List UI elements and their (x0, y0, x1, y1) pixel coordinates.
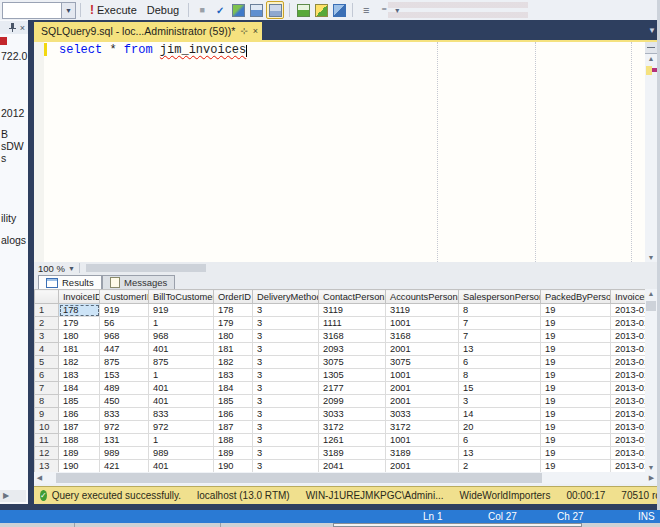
tree-item-label-fragment[interactable]: ility (1, 212, 16, 224)
row-number[interactable]: 10 (35, 421, 59, 434)
grid-cell[interactable]: 3 (253, 434, 319, 447)
grid-cell[interactable]: 20 (459, 421, 541, 434)
row-number[interactable]: 1 (35, 304, 59, 317)
grid-vscrollbar[interactable]: ▲ ▼ (645, 289, 657, 472)
column-header[interactable]: InvoiceDate (611, 290, 646, 304)
query-editor[interactable]: select * from jim_invoices (34, 42, 645, 262)
grid-cell[interactable]: 187 (59, 421, 100, 434)
grid-cell[interactable]: 19 (541, 460, 611, 473)
grid-cell[interactable]: 19 (541, 304, 611, 317)
grid-cell[interactable]: 401 (149, 395, 214, 408)
database-combobox[interactable] (2, 2, 62, 19)
grid-cell[interactable]: 2013-01-0 (611, 421, 646, 434)
include-actual-plan-icon[interactable] (266, 1, 284, 19)
pin-icon[interactable]: ⊹ (240, 26, 248, 36)
grid-cell[interactable]: 2013-01-0 (611, 395, 646, 408)
grid-cell[interactable]: 2041 (319, 460, 386, 473)
zoom-dropdown-icon[interactable]: ▼ (68, 265, 79, 272)
row-number[interactable]: 12 (35, 447, 59, 460)
column-header[interactable]: SalespersonPersonID (459, 290, 541, 304)
grid-cell[interactable]: 989 (100, 447, 149, 460)
grid-cell[interactable]: 989 (149, 447, 214, 460)
grid-cell[interactable]: 186 (214, 408, 253, 421)
grid-cell[interactable]: 2013-01-0 (611, 447, 646, 460)
grid-cell[interactable]: 2013-01-0 (611, 330, 646, 343)
grid-cell[interactable]: 183 (59, 369, 100, 382)
grid-cell[interactable]: 8 (459, 304, 541, 317)
grid-cell[interactable]: 3 (253, 382, 319, 395)
grid-cell[interactable]: 19 (541, 369, 611, 382)
grid-cell[interactable]: 447 (100, 343, 149, 356)
grid-cell[interactable]: 972 (149, 421, 214, 434)
grid-cell[interactable]: 190 (214, 460, 253, 473)
select-all-corner[interactable] (35, 290, 59, 304)
execute-button[interactable]: ! Execute (85, 1, 142, 19)
grid-cell[interactable]: 3189 (386, 447, 459, 460)
grid-cell[interactable]: 184 (59, 382, 100, 395)
grid-cell[interactable]: 1001 (386, 317, 459, 330)
grid-cell[interactable]: 183 (214, 369, 253, 382)
grid-cell[interactable]: 3033 (319, 408, 386, 421)
scroll-down-icon[interactable]: ▼ (645, 464, 657, 471)
grid-cell[interactable]: 401 (149, 343, 214, 356)
grid-cell[interactable]: 186 (59, 408, 100, 421)
grid-cell[interactable]: 19 (541, 408, 611, 421)
grid-cell[interactable]: 2013-01-0 (611, 304, 646, 317)
grid-cell[interactable]: 1305 (319, 369, 386, 382)
grid-cell[interactable]: 185 (214, 395, 253, 408)
tree-item-label-fragment[interactable]: B (1, 128, 8, 140)
grid-cell[interactable]: 1261 (319, 434, 386, 447)
grid-cell[interactable]: 3 (253, 330, 319, 343)
grid-cell[interactable]: 182 (214, 356, 253, 369)
grid-cell[interactable]: 6 (459, 434, 541, 447)
grid-cell[interactable]: 3 (253, 447, 319, 460)
grid-cell[interactable]: 875 (149, 356, 214, 369)
grid-cell[interactable]: 833 (100, 408, 149, 421)
grid-cell[interactable]: 401 (149, 460, 214, 473)
tree-item-label-fragment[interactable]: alogs (1, 234, 26, 246)
column-header[interactable]: OrderID (214, 290, 253, 304)
tab-results[interactable]: Results (38, 275, 102, 289)
scroll-down-icon[interactable]: ▼ (645, 254, 657, 261)
close-icon[interactable]: × (253, 26, 258, 36)
results-to-text-icon[interactable] (295, 2, 311, 18)
grid-cell[interactable]: 3075 (319, 356, 386, 369)
object-explorer-hscrollbar[interactable]: ▶ (0, 490, 26, 502)
scroll-up-icon[interactable]: ▲ (645, 55, 657, 62)
grid-cell[interactable]: 178 (214, 304, 253, 317)
grid-cell[interactable]: 3 (253, 369, 319, 382)
grid-cell[interactable]: 178 (59, 304, 100, 317)
grid-cell[interactable]: 3075 (386, 356, 459, 369)
grid-cell[interactable]: 19 (541, 421, 611, 434)
grid-cell[interactable]: 3119 (319, 304, 386, 317)
row-number[interactable]: 7 (35, 382, 59, 395)
grid-cell[interactable]: 2001 (386, 395, 459, 408)
grid-cell[interactable]: 1 (149, 317, 214, 330)
row-number[interactable]: 6 (35, 369, 59, 382)
grid-cell[interactable]: 1001 (386, 369, 459, 382)
grid-cell[interactable]: 2013-01-0 (611, 460, 646, 473)
grid-cell[interactable]: 3 (253, 304, 319, 317)
grid-cell[interactable]: 131 (100, 434, 149, 447)
grid-cell[interactable]: 19 (541, 356, 611, 369)
grid-cell[interactable]: 19 (541, 447, 611, 460)
grid-cell[interactable]: 180 (214, 330, 253, 343)
row-number[interactable]: 13 (35, 460, 59, 473)
grid-cell[interactable]: 2 (459, 460, 541, 473)
tree-item-label-fragment[interactable]: sDW (1, 140, 24, 152)
grid-cell[interactable]: 14 (459, 408, 541, 421)
stop-icon[interactable]: ■ (194, 2, 210, 18)
grid-cell[interactable]: 401 (149, 382, 214, 395)
grid-cell[interactable]: 3 (253, 356, 319, 369)
results-to-grid-icon[interactable] (313, 2, 329, 18)
grid-cell[interactable]: 3119 (386, 304, 459, 317)
grid-vscrollbar-thumb[interactable] (646, 301, 656, 311)
grid-cell[interactable]: 3172 (386, 421, 459, 434)
row-number[interactable]: 11 (35, 434, 59, 447)
grid-cell[interactable]: 1001 (386, 434, 459, 447)
row-number[interactable]: 3 (35, 330, 59, 343)
grid-cell[interactable]: 3168 (386, 330, 459, 343)
grid-hscrollbar-thumb[interactable] (56, 473, 542, 483)
code-line[interactable]: select * from jim_invoices (59, 43, 247, 57)
column-header[interactable]: PackedByPersonID (541, 290, 611, 304)
